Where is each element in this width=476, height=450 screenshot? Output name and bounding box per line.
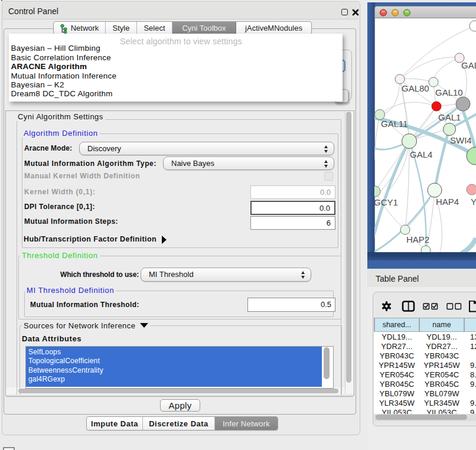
svg-text:GAL1: GAL1	[438, 112, 461, 122]
svg-text:SWI4: SWI4	[450, 135, 472, 145]
svg-text:GAL4: GAL4	[410, 149, 432, 159]
svg-text:HAP4: HAP4	[436, 197, 459, 207]
svg-text:GCY1: GCY1	[374, 197, 398, 207]
svg-text:GAL7: GAL7	[461, 60, 476, 70]
svg-text:HAP2: HAP2	[406, 234, 429, 244]
svg-text:GAL10: GAL10	[435, 87, 463, 97]
svg-text:GAL11: GAL11	[381, 119, 408, 129]
svg-text:GAL80: GAL80	[402, 83, 429, 93]
svg-text:Y: Y	[471, 197, 476, 207]
